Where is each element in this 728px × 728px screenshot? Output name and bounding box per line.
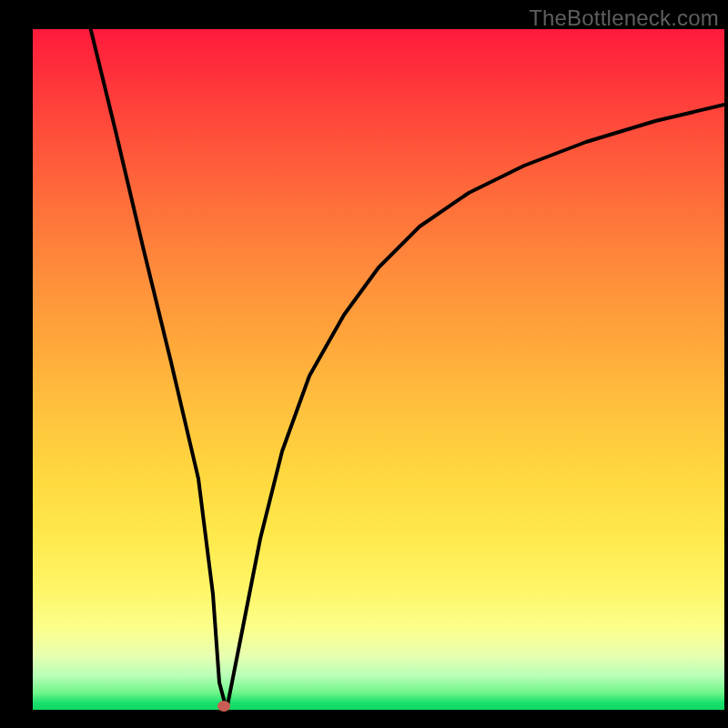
- chart-frame: TheBottleneck.com: [0, 0, 728, 728]
- bottleneck-curve: [87, 29, 724, 710]
- curve-svg: [33, 29, 724, 710]
- min-marker-icon: [217, 701, 230, 712]
- watermark-text: TheBottleneck.com: [529, 5, 719, 31]
- plot-area: [33, 29, 724, 710]
